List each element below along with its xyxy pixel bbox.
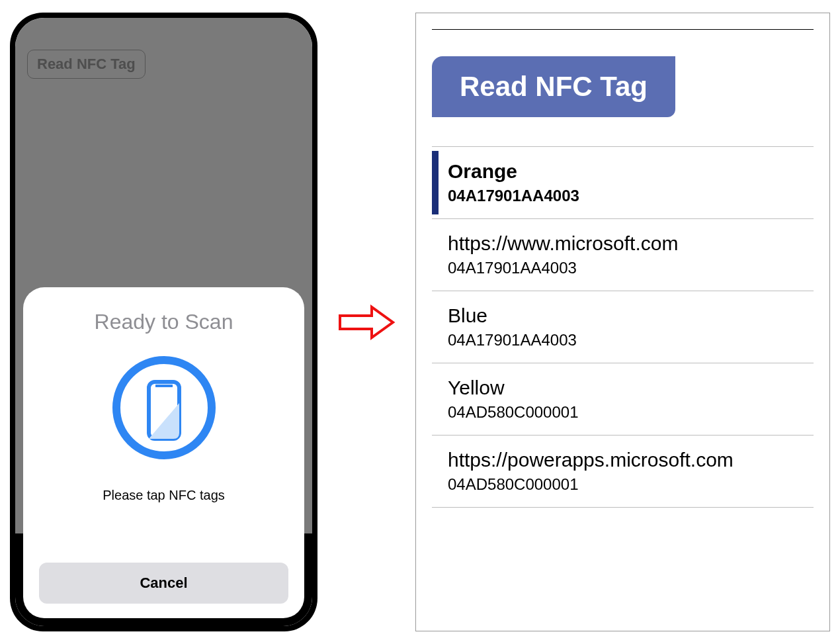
list-item-title: Blue <box>448 304 814 327</box>
list-item-subtitle: 04A17901AA4003 <box>448 331 814 349</box>
list-item-title: Orange <box>448 160 814 183</box>
cancel-button[interactable]: Cancel <box>39 563 288 604</box>
divider <box>432 29 814 30</box>
list-item[interactable]: Yellow04AD580C000001 <box>432 363 814 435</box>
list-item[interactable]: https://www.microsoft.com04A17901AA4003 <box>432 218 814 291</box>
sheet-message: Please tap NFC tags <box>103 488 225 503</box>
scan-sheet: Ready to Scan Please tap NFC tags Cancel <box>23 287 304 618</box>
result-panel: Read NFC Tag Orange04A17901AA4003https:/… <box>415 13 830 631</box>
list-item[interactable]: Orange04A17901AA4003 <box>432 146 814 218</box>
arrow-right-icon <box>337 304 396 341</box>
list-item-subtitle: 04A17901AA4003 <box>448 187 814 205</box>
nfc-scan-icon <box>108 351 220 464</box>
result-list: Orange04A17901AA4003https://www.microsof… <box>432 146 814 508</box>
list-item-subtitle: 04AD580C000001 <box>448 403 814 422</box>
phone-mockup: Read NFC Tag Ready to Scan Please tap NF… <box>10 13 317 631</box>
svg-point-0 <box>116 360 212 455</box>
sheet-title: Ready to Scan <box>95 310 233 334</box>
list-item-title: https://www.microsoft.com <box>448 232 814 255</box>
list-item-title: Yellow <box>448 377 814 399</box>
list-item[interactable]: https://powerapps.microsoft.com04AD580C0… <box>432 435 814 508</box>
list-item-title: https://powerapps.microsoft.com <box>448 449 814 471</box>
list-item-subtitle: 04A17901AA4003 <box>448 259 814 277</box>
read-nfc-button[interactable]: Read NFC Tag <box>432 56 675 117</box>
list-item-subtitle: 04AD580C000001 <box>448 475 814 494</box>
list-item[interactable]: Blue04A17901AA4003 <box>432 291 814 363</box>
read-nfc-button-background: Read NFC Tag <box>27 50 146 79</box>
phone-screen: Read NFC Tag Ready to Scan Please tap NF… <box>15 18 312 626</box>
